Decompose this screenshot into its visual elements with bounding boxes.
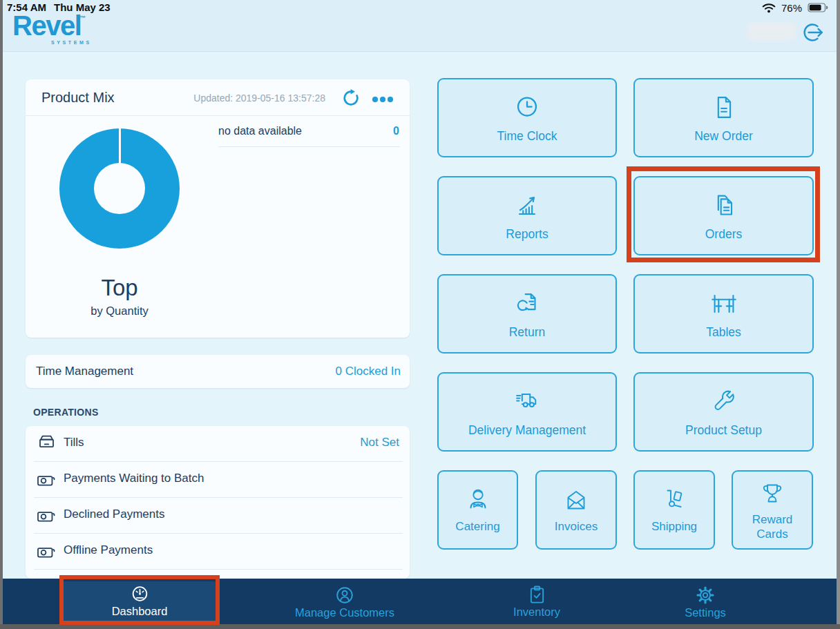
tile-label: Shipping (649, 519, 700, 534)
tile-reports[interactable]: Reports (437, 176, 617, 255)
nav-label: Dashboard (112, 605, 168, 618)
tile-orders[interactable]: Orders (633, 176, 814, 255)
tile-delivery-management[interactable]: Delivery Management (437, 372, 617, 452)
product-mix-header: Product Mix Updated: 2019-05-16 13:57:28 (26, 79, 410, 116)
legend-divider (218, 146, 400, 147)
tile-label: Return (506, 325, 548, 340)
operations-row-label: Payments Waiting to Batch (64, 472, 204, 485)
nav-item-inventory[interactable]: Inventory (488, 586, 585, 619)
gear-icon (696, 586, 715, 605)
nav-item-manage-customers[interactable]: Manage Customers (276, 586, 414, 619)
tile-label: Reports (503, 227, 551, 242)
operations-row-label: Offline Payments (64, 543, 153, 557)
operations-row-declined-payments[interactable]: Declined Payments (26, 498, 410, 534)
banknote-icon (35, 472, 58, 489)
operations-heading: OPERATIONS (33, 407, 99, 418)
tile-label: Delivery Management (466, 423, 589, 438)
ellipsis-dot (372, 97, 378, 102)
banknote-icon (35, 507, 58, 525)
tile-label: Reward Cards (733, 512, 812, 541)
time-management-label: Time Management (36, 365, 133, 378)
tile-catering[interactable]: Catering (437, 470, 518, 550)
chart-center-title: Top (59, 275, 180, 301)
tile-reward-cards[interactable]: Reward Cards (732, 470, 813, 550)
redacted-username (747, 23, 796, 40)
wifi-icon (762, 3, 776, 13)
logout-button[interactable] (801, 21, 825, 44)
product-mix-donut-chart (59, 128, 180, 249)
wrench-icon (708, 386, 740, 418)
nav-label: Manage Customers (295, 606, 394, 619)
product-mix-updated-timestamp: Updated: 2019-05-16 13:57:28 (193, 93, 325, 104)
donut-slice-gap (119, 128, 121, 163)
tile-label: New Order (691, 129, 756, 144)
return-document-icon (511, 288, 543, 320)
chart-center-subtitle: by Quantity (59, 304, 180, 318)
nav-label: Settings (685, 606, 726, 619)
window-bezel-bottom (0, 624, 840, 629)
gauge-icon (131, 585, 149, 603)
more-options-button[interactable] (372, 97, 393, 102)
tile-return[interactable]: Return (437, 274, 617, 354)
table-and-chairs-icon (708, 288, 740, 320)
clocked-in-count: 0 Clocked In (336, 365, 401, 378)
donut-hole (94, 163, 145, 214)
revel-dashboard-screen: 7:54 AM Thu May 23 76% Revel ™ (0, 0, 840, 629)
operations-row-offline-payments[interactable]: Offline Payments (26, 534, 410, 570)
legend-label: no data available (218, 125, 302, 137)
tile-time-clock[interactable]: Time Clock (437, 78, 617, 157)
revel-logo: Revel ™ SYSTEMS (10, 14, 99, 49)
nav-item-dashboard[interactable]: Dashboard (64, 581, 216, 621)
product-mix-title: Product Mix (41, 90, 115, 106)
document-icon (708, 92, 740, 124)
tile-product-setup[interactable]: Product Setup (633, 372, 814, 452)
trademark-symbol: ™ (79, 14, 86, 21)
ellipsis-dot (388, 97, 393, 102)
legend-value: 0 (393, 125, 399, 137)
revel-logo-subtext: SYSTEMS (51, 40, 92, 45)
trophy-icon (758, 479, 786, 507)
chart-growth-icon (511, 190, 543, 222)
battery-percent: 76% (781, 2, 802, 14)
tile-invoices[interactable]: Invoices (535, 470, 617, 550)
window-bezel-right (837, 0, 840, 629)
battery-icon (808, 3, 828, 12)
tile-label: Catering (452, 519, 502, 534)
waiter-icon (464, 486, 492, 514)
status-indicators: 76% (762, 1, 828, 14)
tile-label: Product Setup (682, 423, 765, 438)
person-circle-icon (335, 586, 354, 605)
ellipsis-dot (380, 97, 385, 102)
delivery-truck-icon (511, 386, 543, 418)
tile-new-order[interactable]: New Order (633, 78, 814, 157)
operations-row-label: Declined Payments (64, 507, 164, 521)
tile-shipping[interactable]: Shipping (633, 470, 715, 550)
operations-row-label: Tills (64, 436, 84, 449)
tile-label: Invoices (552, 519, 600, 534)
tile-tables[interactable]: Tables (633, 274, 814, 354)
banknote-icon (35, 543, 58, 561)
window-bezel-left (0, 0, 3, 629)
nav-label: Inventory (513, 606, 560, 619)
clipboard-check-icon (528, 586, 546, 604)
tile-label: Orders (703, 227, 745, 242)
operations-row-payments-waiting[interactable]: Payments Waiting to Batch (26, 462, 410, 498)
bottom-navigation-bar: Dashboard Manage Customers Inventory (3, 579, 837, 624)
tile-label: Time Clock (495, 129, 560, 144)
till-drawer-icon (35, 434, 58, 454)
operations-row-tills[interactable]: Tills Not Set (26, 426, 410, 462)
tile-label: Tables (703, 325, 744, 340)
nav-item-settings[interactable]: Settings (657, 586, 754, 619)
refresh-icon[interactable] (342, 88, 360, 107)
open-envelope-icon (562, 486, 590, 514)
operations-list: Tills Not Set Payments Waiting to Batch (26, 426, 410, 579)
revel-logo-text: Revel (12, 10, 81, 41)
time-management-row[interactable]: Time Management 0 Clocked In (26, 355, 410, 388)
hand-truck-icon (660, 486, 688, 514)
clock-icon (511, 92, 543, 124)
operations-row-value: Not Set (360, 436, 399, 449)
header-region: 7:54 AM Thu May 23 76% Revel ™ (3, 0, 837, 52)
stacked-documents-icon (708, 190, 740, 222)
product-mix-card: Product Mix Updated: 2019-05-16 13:57:28… (26, 79, 410, 338)
